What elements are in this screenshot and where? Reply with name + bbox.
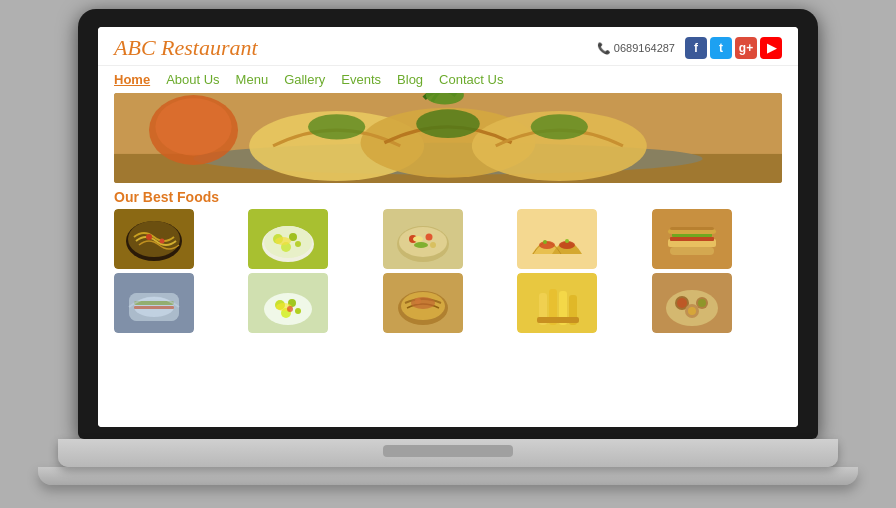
nav-home[interactable]: Home	[114, 72, 150, 87]
nav-menu[interactable]: Menu	[236, 72, 269, 87]
svg-point-76	[698, 299, 706, 307]
food-item-3[interactable]	[383, 209, 463, 269]
svg-point-7	[416, 109, 480, 138]
food-item-1[interactable]	[114, 209, 194, 269]
laptop-base	[58, 439, 838, 467]
phone-number: 📞 0689164287	[597, 42, 675, 55]
laptop-base-bottom	[38, 467, 858, 485]
section-title: Our Best Foods	[98, 183, 798, 209]
food-item-2[interactable]	[248, 209, 328, 269]
nav-gallery[interactable]: Gallery	[284, 72, 325, 87]
twitter-icon[interactable]: t	[710, 37, 732, 59]
svg-point-6	[308, 114, 365, 139]
food-item-10[interactable]	[652, 273, 732, 333]
svg-point-27	[399, 227, 447, 257]
nav-blog[interactable]: Blog	[397, 72, 423, 87]
svg-point-31	[430, 242, 436, 248]
svg-point-23	[295, 241, 301, 247]
svg-rect-49	[134, 301, 174, 305]
food-item-9[interactable]	[517, 273, 597, 333]
svg-point-8	[531, 114, 588, 139]
svg-point-32	[413, 236, 423, 242]
hero-banner	[114, 93, 782, 183]
social-icons: f t g+ ▶	[685, 37, 782, 59]
screen-inner: ABC Restaurant 📞 0689164287 f t g+ ▶	[98, 27, 798, 427]
svg-rect-39	[670, 247, 714, 255]
food-item-7[interactable]	[248, 273, 328, 333]
svg-point-10	[155, 98, 231, 155]
site-nav: Home About Us Menu Gallery Events Blog C…	[98, 66, 798, 93]
food-item-6[interactable]	[114, 273, 194, 333]
site-header: ABC Restaurant 📞 0689164287 f t g+ ▶	[98, 27, 798, 66]
svg-point-36	[543, 240, 547, 244]
food-item-4[interactable]	[517, 209, 597, 269]
svg-point-58	[287, 306, 293, 312]
svg-point-30	[414, 242, 428, 248]
website: ABC Restaurant 📞 0689164287 f t g+ ▶	[98, 27, 798, 427]
nav-about[interactable]: About Us	[166, 72, 219, 87]
googleplus-icon[interactable]: g+	[735, 37, 757, 59]
nav-contact[interactable]: Contact Us	[439, 72, 503, 87]
laptop-screen: ABC Restaurant 📞 0689164287 f t g+ ▶	[78, 9, 818, 439]
svg-point-62	[411, 297, 435, 309]
svg-point-37	[565, 239, 569, 243]
svg-point-24	[275, 237, 291, 245]
facebook-icon[interactable]: f	[685, 37, 707, 59]
phone-icon: 📞	[597, 42, 611, 55]
svg-point-15	[146, 234, 152, 240]
svg-point-16	[160, 239, 165, 244]
svg-rect-41	[670, 237, 714, 241]
laptop-container: ABC Restaurant 📞 0689164287 f t g+ ▶	[58, 9, 838, 499]
food-item-8[interactable]	[383, 273, 463, 333]
svg-rect-44	[670, 227, 714, 230]
svg-point-34	[539, 241, 555, 249]
nav-events[interactable]: Events	[341, 72, 381, 87]
hero-image	[114, 93, 782, 183]
site-logo: ABC Restaurant	[114, 35, 258, 61]
food-grid-row2	[98, 273, 798, 333]
svg-point-77	[688, 307, 696, 315]
svg-rect-33	[517, 209, 597, 269]
svg-point-56	[295, 308, 301, 314]
svg-point-63	[415, 298, 421, 304]
food-item-5[interactable]	[652, 209, 732, 269]
svg-rect-50	[134, 306, 174, 309]
header-right: 📞 0689164287 f t g+ ▶	[597, 37, 782, 59]
svg-point-29	[425, 234, 432, 241]
youtube-icon[interactable]: ▶	[760, 37, 782, 59]
svg-rect-69	[537, 317, 579, 323]
section-title-highlight: Best	[143, 189, 173, 205]
svg-point-75	[677, 298, 687, 308]
food-grid-row1	[98, 209, 798, 269]
